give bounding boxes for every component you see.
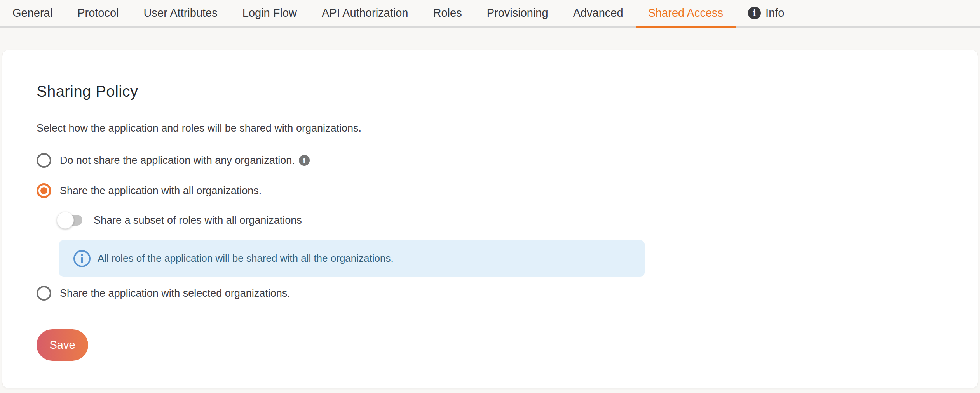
tab-roles[interactable]: Roles [420, 0, 474, 28]
info-filled-icon[interactable]: i [299, 155, 310, 166]
tab-user-attributes[interactable]: User Attributes [131, 0, 230, 28]
tab-general[interactable]: General [0, 0, 65, 28]
tab-bar: General Protocol User Attributes Login F… [0, 0, 980, 28]
info-outline-icon [73, 249, 91, 268]
sharing-policy-card: Sharing Policy Select how the applicatio… [2, 50, 978, 388]
tab-shared-access[interactable]: Shared Access [636, 0, 736, 28]
tab-label: Advanced [573, 7, 623, 19]
tab-login-flow[interactable]: Login Flow [230, 0, 309, 28]
tab-provisioning[interactable]: Provisioning [474, 0, 561, 28]
tab-info[interactable]: i Info [736, 0, 797, 28]
info-badge-icon: i [748, 7, 761, 19]
radio-option-label: Share the application with all organizat… [60, 185, 262, 197]
radio-option-label: Share the application with selected orga… [60, 287, 290, 299]
subset-roles-toggle-row: Share a subset of roles with all organiz… [57, 211, 978, 230]
subset-roles-toggle[interactable] [57, 212, 82, 229]
radio-selected[interactable] [37, 183, 51, 198]
tab-label: Shared Access [648, 7, 723, 19]
toggle-knob [57, 212, 74, 229]
radio-unselected[interactable] [37, 286, 51, 301]
radio-option-do-not-share[interactable]: Do not share the application with any or… [37, 152, 978, 169]
radio-option-label: Do not share the application with any or… [60, 155, 295, 167]
save-button[interactable]: Save [37, 329, 88, 361]
radio-unselected[interactable] [37, 153, 51, 168]
tab-label: Info [766, 7, 784, 19]
tab-label: Protocol [77, 7, 119, 19]
info-alert-text: All roles of the application will be sha… [98, 252, 394, 264]
sharing-policy-description: Select how the application and roles wil… [37, 122, 978, 135]
tab-label: General [12, 7, 52, 19]
tab-label: API Authorization [322, 7, 408, 19]
toggle-label: Share a subset of roles with all organiz… [94, 214, 302, 226]
tab-protocol[interactable]: Protocol [65, 0, 131, 28]
page-title: Sharing Policy [37, 82, 978, 101]
tab-label: Roles [433, 7, 462, 19]
tab-advanced[interactable]: Advanced [561, 0, 636, 28]
tab-api-authorization[interactable]: API Authorization [309, 0, 420, 28]
tab-label: User Attributes [144, 7, 218, 19]
info-alert: All roles of the application will be sha… [59, 240, 645, 277]
radio-option-share-all[interactable]: Share the application with all organizat… [37, 183, 978, 199]
tab-label: Login Flow [242, 7, 297, 19]
radio-option-share-selected[interactable]: Share the application with selected orga… [37, 285, 978, 301]
tab-label: Provisioning [487, 7, 548, 19]
